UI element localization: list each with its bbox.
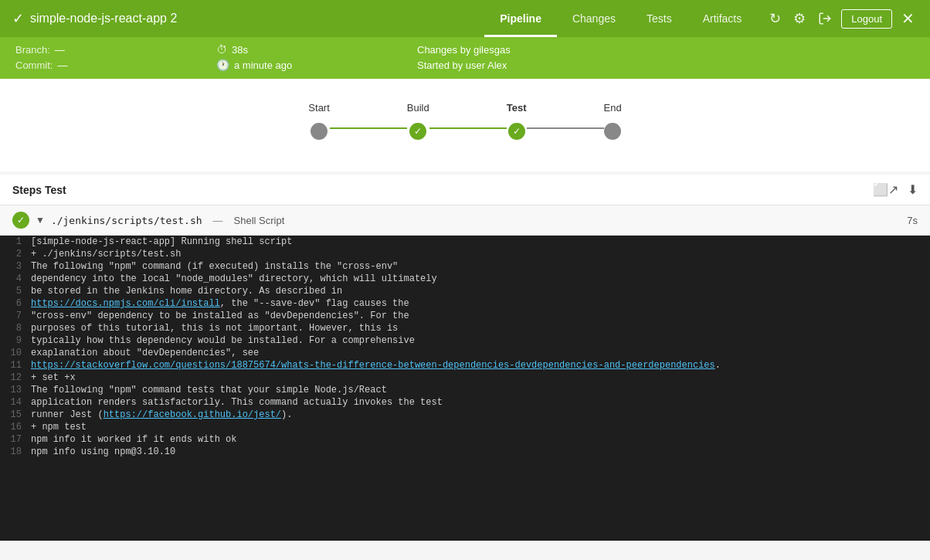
log-line-number: 2	[0, 249, 31, 260]
log-link[interactable]: https://docs.npmjs.com/cli/install	[31, 298, 220, 309]
stage-build: Build ✓	[407, 102, 429, 140]
stage-start-label: Start	[308, 102, 329, 114]
steps-section: Steps Test ⬜↗ ⬇ ✓ ▼ ./jenkins/scripts/te…	[0, 175, 930, 236]
log-line-number: 13	[0, 385, 31, 395]
changes-by-item: Changes by gilesgas	[417, 44, 915, 56]
log-line: 9typically how this dependency would be …	[0, 334, 930, 347]
tab-tests[interactable]: Tests	[631, 0, 687, 37]
log-line-number: 17	[0, 434, 31, 445]
commit-value: —	[57, 59, 67, 71]
app-title-area: ✓ simple-node-js-react-app 2	[12, 10, 484, 27]
pipeline-stages: Start Build ✓ Test ✓ End	[308, 102, 621, 140]
pipeline-area: Start Build ✓ Test ✓ End	[0, 79, 930, 171]
log-text: runner Jest (	[31, 409, 104, 420]
exit-button[interactable]	[815, 8, 835, 29]
log-line: 4dependency into the local "node_modules…	[0, 273, 930, 285]
test-check-icon: ✓	[513, 126, 521, 137]
log-text: The following "npm" command (if executed…	[31, 261, 398, 272]
log-line-number: 10	[0, 348, 31, 358]
nav-actions: ↻ ⚙ Logout ✕	[766, 6, 918, 31]
log-line: 18npm info using npm@3.10.10	[0, 446, 930, 458]
log-line: 14application renders satisfactorily. Th…	[0, 396, 930, 409]
log-text: , the "--save-dev" flag causes the	[220, 298, 409, 309]
log-text-suffix: ).	[281, 409, 292, 420]
commit-item: Commit: —	[15, 59, 216, 71]
steps-title: Steps Test	[12, 184, 66, 196]
commit-label: Commit:	[15, 59, 53, 71]
expand-icon[interactable]: ⬜↗	[873, 182, 898, 197]
build-check-icon: ✓	[414, 126, 422, 137]
stage-start-node	[311, 123, 328, 140]
log-text: exaplanation about "devDependencies", se…	[31, 348, 259, 358]
log-text: + ./jenkins/scripts/test.sh	[31, 249, 181, 260]
changes-by-text: Changes by gilesgas	[417, 44, 511, 56]
log-line: 10exaplanation about "devDependencies", …	[0, 347, 930, 359]
step-type: Shell Script	[234, 215, 285, 226]
tab-changes[interactable]: Changes	[557, 0, 631, 37]
steps-header: Steps Test ⬜↗ ⬇	[0, 175, 930, 205]
tab-artifacts[interactable]: Artifacts	[687, 0, 758, 37]
sub-header: Branch: — ⏱ 38s Changes by gilesgas Comm…	[0, 37, 930, 79]
top-nav: ✓ simple-node-js-react-app 2 Pipeline Ch…	[0, 0, 930, 37]
log-line: 17npm info it worked if it ends with ok	[0, 433, 930, 446]
stage-test: Test ✓	[507, 102, 527, 140]
clock-fast-icon: ⏱	[216, 43, 227, 56]
log-link[interactable]: https://stackoverflow.com/questions/1887…	[31, 360, 715, 371]
time-value: a minute ago	[234, 59, 292, 71]
tab-pipeline[interactable]: Pipeline	[484, 0, 557, 37]
log-inline-link[interactable]: https://facebook.github.io/jest/	[104, 409, 281, 420]
log-line-number: 11	[0, 360, 31, 371]
log-text: dependency into the local "node_modules"…	[31, 273, 437, 284]
log-text: npm info using npm@3.10.10	[31, 446, 175, 457]
log-line: 13The following "npm" command tests that…	[0, 384, 930, 396]
time-icon: 🕐	[216, 59, 229, 71]
log-text: application renders satisfactorily. This…	[31, 397, 443, 408]
log-area[interactable]: 1[simple-node-js-react-app] Running shel…	[0, 236, 930, 541]
stage-end-label: End	[604, 102, 622, 114]
step-chevron-icon[interactable]: ▼	[36, 215, 45, 226]
log-line: 11https://stackoverflow.com/questions/18…	[0, 359, 930, 372]
reload-button[interactable]: ↻	[766, 7, 784, 30]
step-duration: 7s	[907, 215, 918, 226]
log-line-number: 7	[0, 311, 31, 321]
log-line-number: 5	[0, 286, 31, 297]
log-line-number: 6	[0, 298, 31, 309]
log-text: be stored in the Jenkins home directory.…	[31, 286, 342, 297]
log-line-number: 16	[0, 422, 31, 433]
log-line: 5be stored in the Jenkins home directory…	[0, 285, 930, 297]
download-icon[interactable]: ⬇	[908, 182, 918, 197]
log-line-number: 18	[0, 446, 31, 457]
step-item: ✓ ▼ ./jenkins/scripts/test.sh — Shell Sc…	[0, 205, 930, 236]
log-line: 2+ ./jenkins/scripts/test.sh	[0, 248, 930, 260]
connector-test-end	[527, 127, 604, 129]
log-text: + set +x	[31, 372, 76, 383]
stage-start: Start	[308, 102, 329, 140]
log-line: 8purposes of this tutorial, this is not …	[0, 322, 930, 334]
log-line-number: 4	[0, 273, 31, 284]
log-line: 16+ npm test	[0, 421, 930, 433]
log-line-number: 1	[0, 236, 31, 247]
stage-test-label: Test	[507, 102, 527, 114]
duration-item: ⏱ 38s	[216, 43, 417, 56]
log-text: + npm test	[31, 422, 87, 433]
stage-end: End	[604, 102, 622, 140]
log-line: 12+ set +x	[0, 372, 930, 384]
stage-build-node: ✓	[409, 123, 426, 140]
check-icon: ✓	[12, 10, 24, 27]
step-check-icon: ✓	[12, 212, 29, 229]
close-button[interactable]: ✕	[898, 6, 918, 31]
branch-item: Branch: —	[15, 44, 216, 56]
branch-label: Branch:	[15, 44, 50, 56]
log-text: typically how this dependency would be i…	[31, 335, 415, 346]
log-line: 6https://docs.npmjs.com/cli/install, the…	[0, 297, 930, 310]
log-line-number: 15	[0, 409, 31, 420]
log-line: 3The following "npm" command (if execute…	[0, 260, 930, 273]
log-line-number: 14	[0, 397, 31, 408]
logout-button[interactable]: Logout	[841, 9, 892, 29]
log-text: purposes of this tutorial, this is not i…	[31, 323, 398, 334]
started-by-text: Started by user Alex	[417, 59, 507, 71]
log-text: [simple-node-js-react-app] Running shell…	[31, 236, 292, 247]
settings-button[interactable]: ⚙	[790, 7, 809, 30]
duration-value: 38s	[232, 44, 248, 56]
log-text: npm info it worked if it ends with ok	[31, 434, 236, 445]
